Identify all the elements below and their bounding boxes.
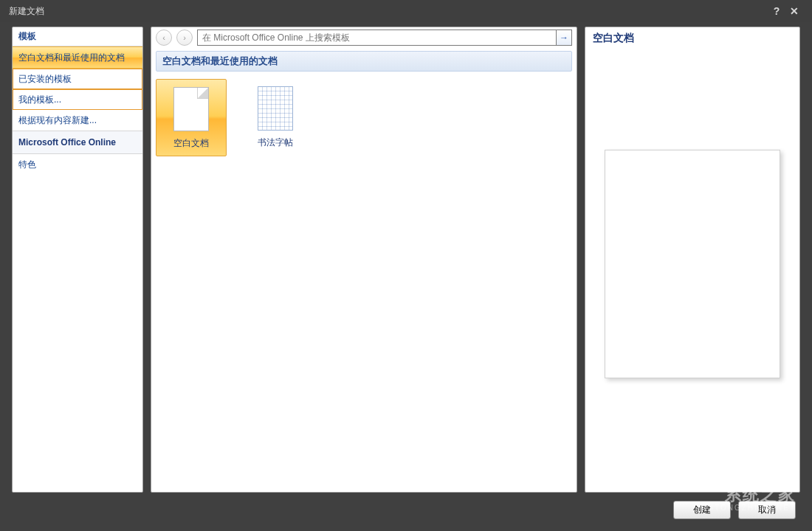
sidebar-item-featured[interactable]: 特色 (13, 154, 142, 175)
search-input[interactable] (197, 30, 556, 46)
nav-forward-button[interactable]: › (176, 30, 193, 46)
sidebar-item-label: 已安装的模板 (18, 74, 72, 84)
preview-panel: 空白文档 (585, 27, 800, 493)
tile-calligraphy[interactable]: 书法字帖 (240, 79, 311, 155)
search-wrap: → (197, 30, 572, 46)
sidebar: 模板 空白文档和最近使用的文档 已安装的模板 我的模板... 根据现有内容新建.… (12, 27, 143, 493)
dialog-footer: 创建 取消 (673, 501, 796, 519)
panel-wrap: 模板 空白文档和最近使用的文档 已安装的模板 我的模板... 根据现有内容新建.… (12, 27, 800, 493)
close-button[interactable]: ✕ (785, 2, 803, 20)
nav-back-button[interactable]: ‹ (156, 30, 172, 46)
help-button[interactable]: ? (768, 2, 785, 20)
tile-label: 空白文档 (158, 137, 224, 150)
sidebar-item-my-templates[interactable]: 我的模板... (13, 89, 142, 110)
preview-canvas (585, 51, 799, 492)
create-button[interactable]: 创建 (673, 501, 731, 519)
tile-area: 空白文档 书法字帖 (151, 76, 577, 492)
sidebar-item-blank-recent[interactable]: 空白文档和最近使用的文档 (13, 46, 142, 69)
arrow-right-icon: → (560, 32, 568, 43)
search-go-button[interactable]: → (556, 30, 572, 46)
sidebar-header: 模板 (13, 27, 142, 46)
calligraphy-grid-icon (258, 86, 293, 131)
center-toolbar: ‹ › → (151, 27, 577, 48)
content-section-title: 空白文档和最近使用的文档 (156, 51, 572, 72)
preview-title: 空白文档 (585, 27, 799, 51)
center-panel: ‹ › → 空白文档和最近使用的文档 空白文档 (151, 27, 577, 493)
blank-document-icon (173, 87, 209, 131)
tile-blank-document[interactable]: 空白文档 (156, 79, 227, 156)
titlebar: 新建文档 ? ✕ (0, 0, 812, 22)
dialog-frame: 模板 空白文档和最近使用的文档 已安装的模板 我的模板... 根据现有内容新建.… (6, 22, 806, 525)
chevron-right-icon: › (183, 33, 186, 42)
preview-page (605, 150, 780, 378)
sidebar-item-label: 空白文档和最近使用的文档 (18, 52, 125, 63)
chevron-left-icon: ‹ (162, 33, 165, 42)
cancel-button[interactable]: 取消 (738, 501, 796, 519)
sidebar-item-installed-templates[interactable]: 已安装的模板 (13, 69, 142, 89)
sidebar-item-new-from-existing[interactable]: 根据现有内容新建... (13, 110, 142, 131)
tile-label: 书法字帖 (241, 136, 309, 149)
sidebar-item-label: 根据现有内容新建... (18, 115, 97, 125)
sidebar-item-label: 我的模板... (18, 94, 61, 105)
sidebar-section-office-online[interactable]: Microsoft Office Online (13, 131, 142, 154)
window-title: 新建文档 (9, 5, 44, 18)
